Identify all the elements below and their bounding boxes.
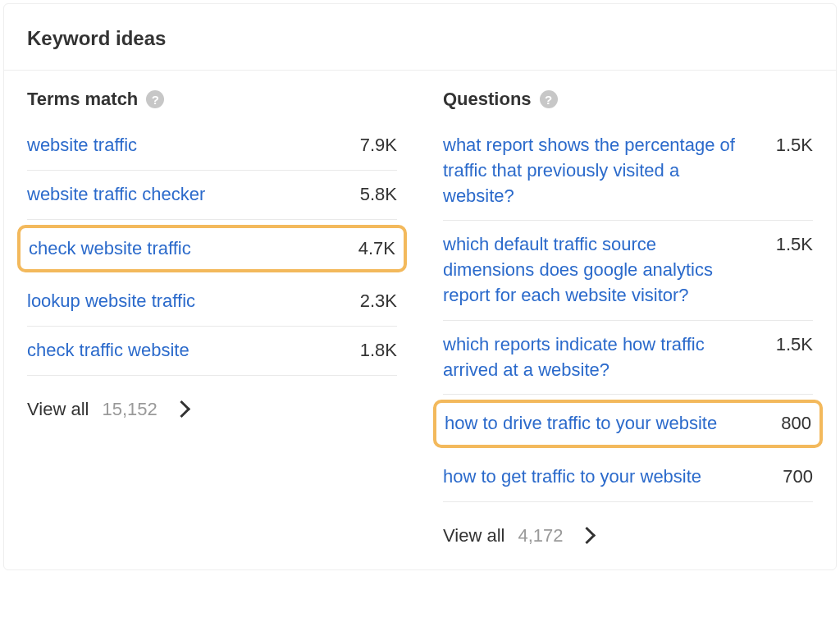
keyword-link[interactable]: how to get traffic to your website xyxy=(443,464,701,490)
questions-list: what report shows the percentage of traf… xyxy=(443,121,813,502)
keyword-row: which default traffic source dimensions … xyxy=(443,221,813,320)
keyword-link[interactable]: which reports indicate how traffic arriv… xyxy=(443,332,746,383)
questions-column-header: Questions xyxy=(443,89,813,110)
questions-view-all[interactable]: View all 4,172 xyxy=(443,525,813,547)
keyword-link[interactable]: how to drive traffic to your website xyxy=(445,411,717,437)
help-icon[interactable] xyxy=(540,90,558,108)
keyword-volume: 1.5K xyxy=(776,332,813,355)
keyword-row: check traffic website1.8K xyxy=(27,327,397,376)
keyword-row: check website traffic4.7K xyxy=(17,225,407,273)
chevron-right-icon xyxy=(578,527,596,544)
view-all-count: 4,172 xyxy=(518,525,563,547)
keyword-row: website traffic7.9K xyxy=(27,121,397,171)
keyword-link[interactable]: website traffic xyxy=(27,133,137,158)
view-all-label: View all xyxy=(27,399,89,420)
card-header: Keyword ideas xyxy=(4,4,836,71)
keyword-volume: 1.5K xyxy=(776,133,813,156)
columns: Terms match website traffic7.9Kwebsite t… xyxy=(4,71,836,569)
keyword-row: which reports indicate how traffic arriv… xyxy=(443,321,813,396)
keyword-volume: 4.7K xyxy=(358,236,395,259)
keyword-link[interactable]: what report shows the percentage of traf… xyxy=(443,133,746,208)
keyword-link[interactable]: lookup website traffic xyxy=(27,289,195,314)
keyword-volume: 2.3K xyxy=(360,289,397,312)
view-all-count: 15,152 xyxy=(102,399,157,420)
view-all-label: View all xyxy=(443,525,504,547)
keyword-row: how to get traffic to your website700 xyxy=(443,453,813,502)
terms-view-all[interactable]: View all 15,152 xyxy=(27,399,397,420)
help-icon[interactable] xyxy=(146,90,164,108)
keyword-volume: 700 xyxy=(783,464,813,487)
keyword-row: lookup website traffic2.3K xyxy=(27,277,397,327)
keyword-volume: 1.5K xyxy=(776,232,813,255)
terms-column-title: Terms match xyxy=(27,89,138,110)
terms-list: website traffic7.9Kwebsite traffic check… xyxy=(27,121,397,376)
keyword-ideas-card: Keyword ideas Terms match website traffi… xyxy=(3,3,837,570)
keyword-link[interactable]: check website traffic xyxy=(29,236,191,262)
keyword-link[interactable]: check traffic website xyxy=(27,338,189,364)
keyword-link[interactable]: website traffic checker xyxy=(27,182,205,208)
keyword-row: how to drive traffic to your website800 xyxy=(433,400,823,448)
terms-column-header: Terms match xyxy=(27,89,397,110)
questions-column: Questions what report shows the percenta… xyxy=(420,71,836,569)
card-title: Keyword ideas xyxy=(27,27,166,49)
chevron-right-icon xyxy=(173,400,190,418)
questions-column-title: Questions xyxy=(443,89,532,110)
keyword-row: website traffic checker5.8K xyxy=(27,171,397,220)
keyword-volume: 5.8K xyxy=(360,182,397,205)
keyword-volume: 800 xyxy=(781,411,811,434)
keyword-volume: 7.9K xyxy=(360,133,397,156)
keyword-volume: 1.8K xyxy=(360,338,397,361)
keyword-link[interactable]: which default traffic source dimensions … xyxy=(443,232,746,308)
keyword-row: what report shows the percentage of traf… xyxy=(443,121,813,221)
terms-column: Terms match website traffic7.9Kwebsite t… xyxy=(4,71,420,569)
